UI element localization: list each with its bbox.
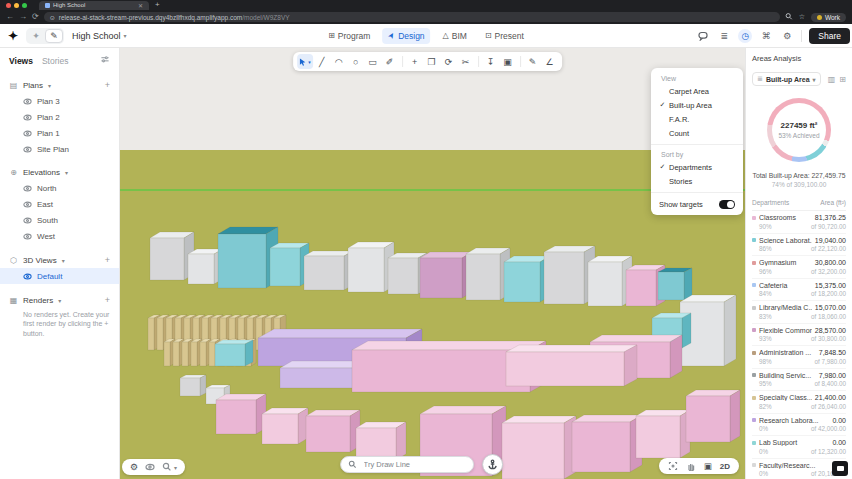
pen-tool[interactable]: ✎ — [525, 54, 541, 69]
ai-sparkle-icon[interactable]: ✦ — [27, 29, 45, 43]
app-logo-icon[interactable]: ✦ — [8, 29, 18, 43]
select-tool[interactable]: ▾ — [297, 54, 313, 69]
add-button[interactable]: + — [105, 255, 110, 265]
3d-viewport[interactable]: ▾╱◠○▭✐+❐⟳✂↧▣✎∠ View Carpet Area✓Built-up… — [120, 48, 745, 479]
department-row[interactable]: Science Laborat...19,040.0086%of 22,120.… — [752, 234, 846, 257]
nav-design[interactable]: ➤Design — [382, 28, 430, 44]
forward-icon[interactable]: → — [19, 12, 27, 22]
department-color-dot — [752, 328, 756, 332]
anchor-button[interactable] — [482, 454, 503, 475]
list-icon[interactable]: ≣ — [717, 29, 731, 43]
reload-icon[interactable]: ⟳ — [32, 12, 39, 22]
offset-tool[interactable]: ✐ — [382, 54, 398, 69]
nav-present[interactable]: ⊡Present — [479, 28, 530, 44]
project-name-menu[interactable]: High School▾ — [72, 31, 127, 41]
cursor-icon: ➤ — [386, 30, 397, 40]
circle-tool[interactable]: ○ — [348, 54, 364, 69]
apps-icon[interactable]: ⌘ — [759, 29, 773, 43]
display-settings-icon[interactable]: ⚙ — [130, 462, 138, 472]
sidebar-item-south[interactable]: South — [0, 212, 119, 228]
sidebar-item-east[interactable]: East — [0, 196, 119, 212]
command-search-input[interactable] — [362, 459, 466, 470]
section-3d-views[interactable]: ⬡3D Views▾+ — [0, 252, 119, 268]
chart-icon[interactable]: ▥ — [828, 75, 836, 84]
back-icon[interactable]: ← — [6, 12, 14, 22]
sidebar-item-plan-2[interactable]: Plan 2 — [0, 109, 119, 125]
visibility-eye-icon[interactable] — [145, 463, 155, 471]
frame-tool[interactable]: ▣ — [500, 54, 516, 69]
search-tabs-icon[interactable] — [785, 12, 793, 22]
sidebar-item-west[interactable]: West — [0, 228, 119, 244]
menu-item-count[interactable]: Count — [651, 126, 743, 140]
department-row[interactable]: Cafeteria15,375.0084%of 18,200.00 — [752, 279, 846, 302]
filter-icon[interactable] — [100, 55, 110, 66]
department-row[interactable]: Administration ...7,848.5098%of 7,980.00 — [752, 346, 846, 369]
menu-item-carpet-area[interactable]: Carpet Area — [651, 84, 743, 98]
section-renders[interactable]: ▦Renders▾+ — [0, 292, 119, 308]
nav-program[interactable]: ⊞Program — [322, 28, 376, 44]
sidebar-item-plan-3[interactable]: Plan 3 — [0, 93, 119, 109]
department-row[interactable]: Gymnasium30,800.0096%of 32,200.00 — [752, 256, 846, 279]
menu-item-f-a-r-[interactable]: F.A.R. — [651, 112, 743, 126]
section-plans[interactable]: ▤Plans▾+ — [0, 77, 119, 93]
nav-bim[interactable]: △BIM — [437, 28, 473, 44]
measure-tool[interactable]: ∠ — [542, 54, 558, 69]
close-tab-icon[interactable]: ✕ — [138, 2, 143, 9]
show-targets-toggle[interactable] — [719, 200, 735, 209]
add-button[interactable]: + — [105, 80, 110, 90]
department-row[interactable]: Flexible Common...28,570.0093%of 30,800.… — [752, 324, 846, 347]
minimize-window-icon[interactable] — [14, 3, 19, 8]
sidebar-item-north[interactable]: North — [0, 180, 119, 196]
sidebar-item-plan-1[interactable]: Plan 1 — [0, 125, 119, 141]
table-icon[interactable]: ⊞ — [839, 75, 846, 84]
department-row[interactable]: Specialty Class...21,400.0082%of 26,040.… — [752, 391, 846, 414]
tab-views[interactable]: Views — [9, 56, 33, 66]
bookmark-star-icon[interactable]: ☆ — [799, 13, 805, 21]
section-elevations[interactable]: ⊕Elevations▾ — [0, 165, 119, 180]
pan-hand-icon[interactable] — [686, 461, 696, 471]
command-search-bar[interactable] — [340, 456, 474, 473]
menu-item-departments[interactable]: ✓Departments — [651, 160, 743, 174]
browser-tab[interactable]: High School ✕ — [39, 1, 149, 10]
address-bar[interactable]: ⊙ release-ai-stack-stream-previous.dqy4b… — [44, 12, 780, 22]
add-button[interactable]: + — [105, 295, 110, 305]
metric-selector[interactable]: ≣ Built-up Area ▾ — [752, 72, 821, 86]
chat-widget[interactable] — [832, 461, 848, 476]
edit-pencil-icon[interactable]: ✎ — [45, 29, 63, 43]
menu-item-stories[interactable]: Stories — [651, 174, 743, 188]
mode-segmented-control[interactable]: ✦ ✎ — [26, 28, 64, 44]
department-row[interactable]: Classrooms81,376.2590%of 90,720.00 — [752, 211, 846, 234]
copy-tool[interactable]: ❐ — [424, 54, 440, 69]
department-color-dot — [752, 441, 756, 445]
rotate-tool[interactable]: ⟳ — [441, 54, 457, 69]
tab-stories[interactable]: Stories — [42, 56, 68, 66]
history-clock-icon[interactable]: ◷ — [738, 29, 752, 43]
2d-mode-button[interactable]: 2D — [720, 462, 730, 471]
menu-item-built-up-area[interactable]: ✓Built-up Area — [651, 98, 743, 112]
close-window-icon[interactable] — [6, 3, 11, 8]
share-button[interactable]: Share — [809, 28, 850, 44]
window-controls[interactable] — [6, 3, 27, 8]
sidebar-item-site-plan[interactable]: Site Plan — [0, 141, 119, 157]
insert-tool[interactable]: ↧ — [483, 54, 499, 69]
new-tab-button[interactable]: + — [155, 1, 160, 9]
box-view-icon[interactable]: ▣ — [704, 461, 712, 471]
line-tool[interactable]: ╱ — [314, 54, 330, 69]
arc-tool[interactable]: ◠ — [331, 54, 347, 69]
comments-icon[interactable] — [696, 29, 710, 43]
trim-tool[interactable]: ✂ — [458, 54, 474, 69]
department-row[interactable]: Lab Support0.000%of 12,320.00 — [752, 436, 846, 459]
department-row[interactable]: Library/Media C...15,070.0083%of 18,060.… — [752, 301, 846, 324]
browser-profile-chip[interactable]: Work — [811, 13, 846, 22]
department-row[interactable]: Building Servic...7,980.0095%of 8,400.00 — [752, 369, 846, 392]
site-info-icon[interactable]: ⊙ — [50, 14, 55, 21]
sidebar-item-default[interactable]: Default — [0, 268, 119, 284]
fit-view-icon[interactable] — [668, 461, 678, 471]
settings-gear-icon[interactable]: ⚙ — [780, 29, 794, 43]
maximize-window-icon[interactable] — [22, 3, 27, 8]
rectangle-tool[interactable]: ▭ — [365, 54, 381, 69]
department-row[interactable]: Research Labora...0.000%of 42,000.00 — [752, 414, 846, 437]
show-targets-row[interactable]: Show targets — [651, 197, 743, 210]
move-tool[interactable]: + — [407, 54, 423, 69]
zoom-icon[interactable]: ▾ — [162, 462, 177, 472]
